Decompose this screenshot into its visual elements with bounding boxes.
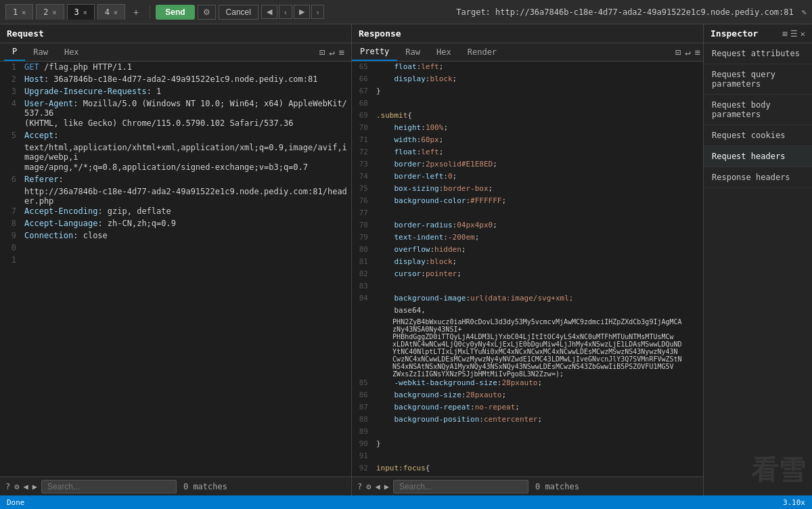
req-bottom-icon-settings[interactable]: ⚙ xyxy=(14,482,19,491)
resp-line-90: 90} xyxy=(352,439,703,451)
status-bar: Done 3.10x xyxy=(0,495,812,509)
inspector-item-request-query[interactable]: Request query parameters xyxy=(704,64,812,95)
request-panel: Request P Raw Hex ⊡ ↵ ≡ 1 GET /flag.php … xyxy=(0,24,352,495)
request-icon-menu[interactable]: ≡ xyxy=(339,47,344,58)
nav-prev-button[interactable]: ◀ xyxy=(261,5,277,19)
request-panel-title: Request xyxy=(7,28,44,39)
tab-3-close[interactable]: × xyxy=(83,9,87,16)
inspector-header: Inspector ⊞ ☰ ✕ xyxy=(704,24,812,43)
resp-line-73: 73 border:2pxsolid#E1E8ED; xyxy=(352,159,703,171)
send-button[interactable]: Send xyxy=(156,5,194,20)
resp-line-86: 86 background-size:28pxauto; xyxy=(352,390,703,402)
resp-line-91: 91 xyxy=(352,451,703,463)
request-panel-header: Request xyxy=(0,24,351,43)
tab-4-close[interactable]: × xyxy=(114,9,118,16)
resp-tab-pretty[interactable]: Pretty xyxy=(352,43,397,61)
inspector-item-request-attributes[interactable]: Request attributes xyxy=(704,43,812,64)
request-search-input[interactable] xyxy=(41,480,177,493)
resp-bottom-icon-settings[interactable]: ⚙ xyxy=(366,482,371,491)
request-bottom-bar: ? ⚙ ◀ ▶ 0 matches xyxy=(0,477,351,495)
request-tab-hex[interactable]: Hex xyxy=(56,44,87,60)
tab-1-close[interactable]: × xyxy=(22,9,26,16)
response-search-input[interactable] xyxy=(393,480,528,493)
inspector-icon-grid[interactable]: ⊞ xyxy=(783,29,788,39)
req-line-0: 0 xyxy=(0,242,351,255)
tab-1-label: 1 xyxy=(13,7,18,17)
resp-tab-hex[interactable]: Hex xyxy=(428,44,459,60)
response-panel-header: Response xyxy=(352,24,703,43)
gear-button[interactable]: ⚙ xyxy=(198,5,216,20)
resp-bottom-icon-question[interactable]: ? xyxy=(357,482,362,491)
request-icon-wrap[interactable]: ⊡ xyxy=(319,47,325,58)
resp-line-67: 67} xyxy=(352,86,703,98)
response-tabs: Pretty Raw Hex Render ⊡ ↵ ≡ xyxy=(352,43,703,62)
req-line-6: 6 Referer: xyxy=(0,174,351,186)
tab-1[interactable]: 1× xyxy=(5,4,33,20)
resp-bottom-icon-prev[interactable]: ◀ xyxy=(375,482,380,491)
req-bottom-icon-prev[interactable]: ◀ xyxy=(23,482,28,491)
resp-line-68: 68 xyxy=(352,98,703,110)
tab-2[interactable]: 2× xyxy=(36,4,64,20)
inspector-title: Inspector xyxy=(710,28,783,39)
tab-4[interactable]: 4× xyxy=(97,4,125,20)
new-tab-button[interactable]: + xyxy=(128,4,144,20)
request-tab-raw[interactable]: Raw xyxy=(25,44,56,60)
resp-line-70: 70 height:100%; xyxy=(352,123,703,135)
tab-3-label: 3 xyxy=(74,7,79,17)
resp-line-83: 83 xyxy=(352,281,703,293)
resp-line-84c: PHN2ZyB4bWxucz0iaHR0cDovL3d3dy53My5vcmcv… xyxy=(352,317,703,378)
resp-tab-raw[interactable]: Raw xyxy=(397,44,428,60)
resp-line-69: 69.submit{ xyxy=(352,110,703,123)
resp-icon-wrap[interactable]: ⊡ xyxy=(675,47,681,58)
status-right: 3.10x xyxy=(783,498,805,507)
response-code-area[interactable]: 65 float:left; 66 display:block; 67} 68 … xyxy=(352,62,703,477)
req-line-7: 7 Accept-Encoding: gzip, deflate xyxy=(0,206,351,218)
resp-line-89: 89 xyxy=(352,426,703,439)
tab-2-close[interactable]: × xyxy=(53,9,57,16)
inspector-item-request-body[interactable]: Request body parameters xyxy=(704,95,812,125)
req-line-e: 1 xyxy=(0,255,351,267)
resp-icon-menu[interactable]: ≡ xyxy=(695,47,700,58)
main-content: Request P Raw Hex ⊡ ↵ ≡ 1 GET /flag.php … xyxy=(0,24,812,495)
inspector-item-request-cookies[interactable]: Request cookies xyxy=(704,125,812,146)
req-line-4b: (KHTML, like Gecko) Chrome/115.0.5790.10… xyxy=(0,118,351,130)
resp-line-79: 79 text-indent:-200em; xyxy=(352,232,703,244)
resp-line-87: 87 background-repeat:no-repeat; xyxy=(352,402,703,414)
tab-4-label: 4 xyxy=(105,7,110,17)
inspector-icons: ⊞ ☰ ✕ xyxy=(783,29,805,39)
req-line-4: 4 User-Agent: Mozilla/5.0 (Windows NT 10… xyxy=(0,98,351,118)
req-bottom-icon-question[interactable]: ? xyxy=(5,482,10,491)
edit-icon[interactable]: ✎ xyxy=(802,7,807,17)
cancel-button[interactable]: Cancel xyxy=(219,5,258,20)
resp-tab-render[interactable]: Render xyxy=(459,44,505,60)
resp-bottom-icon-next[interactable]: ▶ xyxy=(384,482,389,491)
inspector-icon-list[interactable]: ☰ xyxy=(790,29,798,39)
resp-line-75: 75 box-sizing:border-box; xyxy=(352,183,703,196)
nav-next-button[interactable]: ▶ xyxy=(294,5,310,19)
request-code-area[interactable]: 1 GET /flag.php HTTP/1.1 2 Host: 36a7846… xyxy=(0,62,351,477)
resp-line-80: 80 overflow:hidden; xyxy=(352,244,703,257)
resp-line-84: 84 background-image:url(data:image/svg+x… xyxy=(352,293,703,305)
nav-next2-button[interactable]: › xyxy=(311,5,325,19)
req-line-5b: text/html,application/xhtml+xml,applicat… xyxy=(0,142,351,162)
inspector-icon-close[interactable]: ✕ xyxy=(800,29,805,39)
req-line-2: 2 Host: 36a7846b-c18e-4d77-ada2-49a91522… xyxy=(0,74,351,86)
top-bar: 1× 2× 3× 4× + Send ⚙ Cancel ◀ ‹ ▶ › Targ… xyxy=(0,0,812,24)
request-icon-ln[interactable]: ↵ xyxy=(329,47,334,58)
req-bottom-icon-next[interactable]: ▶ xyxy=(32,482,37,491)
resp-icon-ln[interactable]: ↵ xyxy=(685,47,690,58)
tab-3[interactable]: 3× xyxy=(67,4,95,20)
request-panel-icons: ⊡ ↵ ≡ xyxy=(317,44,347,60)
resp-line-84b: base64, xyxy=(352,305,703,317)
inspector-item-response-headers[interactable]: Response headers xyxy=(704,167,812,188)
request-tabs: P Raw Hex ⊡ ↵ ≡ xyxy=(0,43,351,62)
nav-prev2-button[interactable]: ‹ xyxy=(279,5,292,19)
resp-line-74: 74 border-left:0; xyxy=(352,171,703,183)
req-line-9: 9 Connection: close xyxy=(0,230,351,242)
req-line-6b: http://36a7846b-c18e-4d77-ada2-49a91522e… xyxy=(0,186,351,206)
request-tab-p[interactable]: P xyxy=(4,43,25,61)
response-panel: Response Pretty Raw Hex Render ⊡ ↵ ≡ 65 … xyxy=(352,24,704,495)
inspector-item-request-headers[interactable]: Request headers xyxy=(704,146,812,167)
req-line-8: 8 Accept-Language: zh-CN,zh;q=0.9 xyxy=(0,218,351,230)
resp-line-78: 78 border-radius:04px4px0; xyxy=(352,220,703,232)
